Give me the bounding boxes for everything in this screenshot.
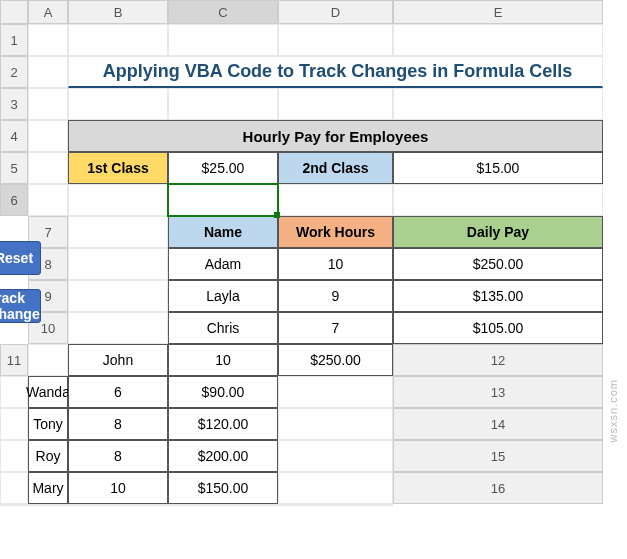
row-header-1[interactable]: 1: [0, 24, 28, 56]
cell-d3[interactable]: [278, 88, 393, 120]
table-row[interactable]: Chris: [168, 312, 278, 344]
table-row[interactable]: $150.00: [168, 472, 278, 504]
table-row[interactable]: Layla: [168, 280, 278, 312]
cell-a2[interactable]: [28, 56, 68, 88]
th-work-hours[interactable]: Work Hours: [278, 216, 393, 248]
cell-c1[interactable]: [168, 24, 278, 56]
cell-a16[interactable]: [0, 504, 28, 506]
active-cell[interactable]: [168, 184, 278, 216]
class1-label[interactable]: 1st Class: [68, 152, 168, 184]
cell-e13[interactable]: [278, 408, 393, 440]
cell-a10[interactable]: [68, 312, 168, 344]
cell-b16[interactable]: [28, 504, 68, 506]
cell-e3[interactable]: [393, 88, 603, 120]
cell-e1[interactable]: [393, 24, 603, 56]
col-header-e[interactable]: E: [393, 0, 603, 24]
table-row[interactable]: Wanda: [28, 376, 68, 408]
cell-b6[interactable]: [68, 184, 168, 216]
table-row[interactable]: 7: [278, 312, 393, 344]
select-all-corner[interactable]: [0, 0, 28, 24]
cell-d16[interactable]: [168, 504, 278, 506]
table-row[interactable]: Adam: [168, 248, 278, 280]
table-row[interactable]: Tony: [28, 408, 68, 440]
table-row[interactable]: 8: [68, 440, 168, 472]
col-header-b[interactable]: B: [68, 0, 168, 24]
cell-c16[interactable]: [68, 504, 168, 506]
cell-a5[interactable]: [28, 152, 68, 184]
track-change-button[interactable]: Track Change: [0, 289, 41, 323]
col-header-d[interactable]: D: [278, 0, 393, 24]
cell-a13[interactable]: [0, 408, 28, 440]
class2-label[interactable]: 2nd Class: [278, 152, 393, 184]
class2-rate[interactable]: $15.00: [393, 152, 603, 184]
cell-c3[interactable]: [168, 88, 278, 120]
row-header-4[interactable]: 4: [0, 120, 28, 152]
watermark: wsxsn.com: [607, 379, 619, 442]
table-row[interactable]: $90.00: [168, 376, 278, 408]
table-row[interactable]: 10: [168, 344, 278, 376]
cell-d1[interactable]: [278, 24, 393, 56]
table-row[interactable]: 9: [278, 280, 393, 312]
table-row[interactable]: 10: [68, 472, 168, 504]
th-name[interactable]: Name: [168, 216, 278, 248]
table-row[interactable]: $200.00: [168, 440, 278, 472]
page-title[interactable]: Applying VBA Code to Track Changes in Fo…: [68, 56, 603, 88]
sub-heading[interactable]: Hourly Pay for Employees: [68, 120, 603, 152]
cell-e16[interactable]: [278, 504, 393, 506]
table-row[interactable]: $120.00: [168, 408, 278, 440]
row-header-6[interactable]: 6: [0, 184, 28, 216]
cell-e14[interactable]: [278, 440, 393, 472]
cell-a4[interactable]: [28, 120, 68, 152]
table-row[interactable]: $250.00: [393, 248, 603, 280]
table-row[interactable]: $250.00: [278, 344, 393, 376]
table-row[interactable]: 10: [278, 248, 393, 280]
col-header-a[interactable]: A: [28, 0, 68, 24]
table-row[interactable]: Roy: [28, 440, 68, 472]
cell-e15[interactable]: [278, 472, 393, 504]
cell-b3[interactable]: [68, 88, 168, 120]
row-header-16[interactable]: 16: [393, 472, 603, 504]
table-row[interactable]: 6: [68, 376, 168, 408]
row-header-5[interactable]: 5: [0, 152, 28, 184]
cell-a15[interactable]: [0, 472, 28, 504]
cell-a6[interactable]: [28, 184, 68, 216]
cell-a12[interactable]: [0, 376, 28, 408]
cell-a9[interactable]: [68, 280, 168, 312]
row-header-12[interactable]: 12: [393, 344, 603, 376]
row-header-15[interactable]: 15: [393, 440, 603, 472]
table-row[interactable]: John: [68, 344, 168, 376]
row-header-14[interactable]: 14: [393, 408, 603, 440]
cell-a8[interactable]: [68, 248, 168, 280]
row-header-2[interactable]: 2: [0, 56, 28, 88]
col-header-c[interactable]: C: [168, 0, 278, 24]
class1-rate[interactable]: $25.00: [168, 152, 278, 184]
cell-a1[interactable]: [28, 24, 68, 56]
row-header-13[interactable]: 13: [393, 376, 603, 408]
table-row[interactable]: $135.00: [393, 280, 603, 312]
cell-d6[interactable]: [278, 184, 393, 216]
table-row[interactable]: 8: [68, 408, 168, 440]
cell-b1[interactable]: [68, 24, 168, 56]
table-row[interactable]: $105.00: [393, 312, 603, 344]
th-daily-pay[interactable]: Daily Pay: [393, 216, 603, 248]
cell-e6[interactable]: [393, 184, 603, 216]
cell-a11[interactable]: [28, 344, 68, 376]
reset-button[interactable]: Reset: [0, 241, 41, 275]
cell-a14[interactable]: [0, 440, 28, 472]
cell-e12[interactable]: [278, 376, 393, 408]
spreadsheet-grid: A B C D E 1 2 Applying VBA Code to Track…: [0, 0, 627, 506]
table-row[interactable]: Mary: [28, 472, 68, 504]
cell-a3[interactable]: [28, 88, 68, 120]
row-header-11[interactable]: 11: [0, 344, 28, 376]
button-area: Reset Track Change: [0, 216, 28, 344]
row-header-3[interactable]: 3: [0, 88, 28, 120]
cell-a7[interactable]: [68, 216, 168, 248]
